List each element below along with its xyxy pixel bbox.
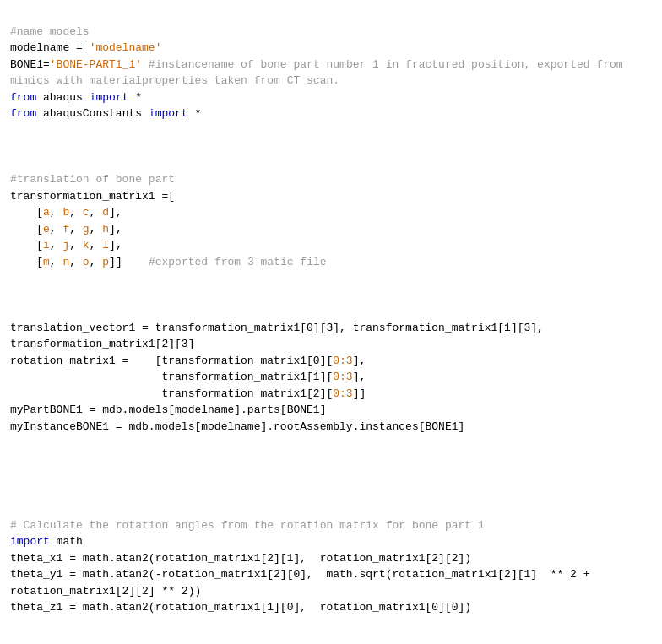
line-mypart: myPartBONE1 = mdb.models[modelname].part… <box>10 403 326 416</box>
blank4 <box>10 484 652 501</box>
line-import-constants: from abaqusConstants import * <box>10 107 201 120</box>
line-bone1: BONE1='BONE-PART1_1' #instancename of bo… <box>10 58 623 71</box>
blank3 <box>10 452 652 468</box>
line-trans-matrix-open: transformation_matrix1 =[ <box>10 190 175 203</box>
blank1 <box>10 138 652 155</box>
line-trans-vec: translation_vector1 = transformation_mat… <box>10 322 544 334</box>
line-theta-z1: theta_z1 = math.atan2(rotation_matrix1[1… <box>10 601 471 614</box>
blank2 <box>10 287 652 304</box>
line-modelname: modelname = 'modelname' <box>10 41 161 54</box>
line-rot-matrix: rotation_matrix1 = [transformation_matri… <box>10 354 366 367</box>
line-import-math: import math <box>10 535 83 548</box>
line-row-a: [a, b, c, d], <box>10 206 122 219</box>
line-theta-x1: theta_x1 = math.atan2(rotation_matrix1[2… <box>10 552 471 565</box>
blank5 <box>10 632 652 644</box>
line-comment-calc: # Calculate the rotation angles from the… <box>10 519 485 532</box>
line-row-e: [e, f, g, h], <box>10 223 122 235</box>
line-row-m: [m, n, o, p]] #exported from 3-matic fil… <box>10 256 327 268</box>
code-editor: #name models modelname = 'modelname' BON… <box>10 7 652 644</box>
line-trans-vec2: transformation_matrix1[2][3] <box>10 338 194 350</box>
line-comment-trans: #translation of bone part <box>10 173 175 186</box>
line-myinstance: myInstanceBONE1 = mdb.models[modelname].… <box>10 420 464 433</box>
line-rot-matrix2: transformation_matrix1[1][0:3], <box>10 371 366 383</box>
line-mimics: mimics with materialproperties taken fro… <box>10 74 339 87</box>
line-row-i: [i, j, k, l], <box>10 239 122 252</box>
line-comment-name: #name models <box>10 25 90 38</box>
line-import-abaqus: from abaqus import * <box>10 91 142 104</box>
line-rot-matrix3: transformation_matrix1[2][0:3]] <box>10 387 366 400</box>
line-theta-y1: theta_y1 = math.atan2(-rotation_matrix1[… <box>10 568 590 581</box>
line-theta-y1-cont: rotation_matrix1[2][2] ** 2)) <box>10 585 201 598</box>
